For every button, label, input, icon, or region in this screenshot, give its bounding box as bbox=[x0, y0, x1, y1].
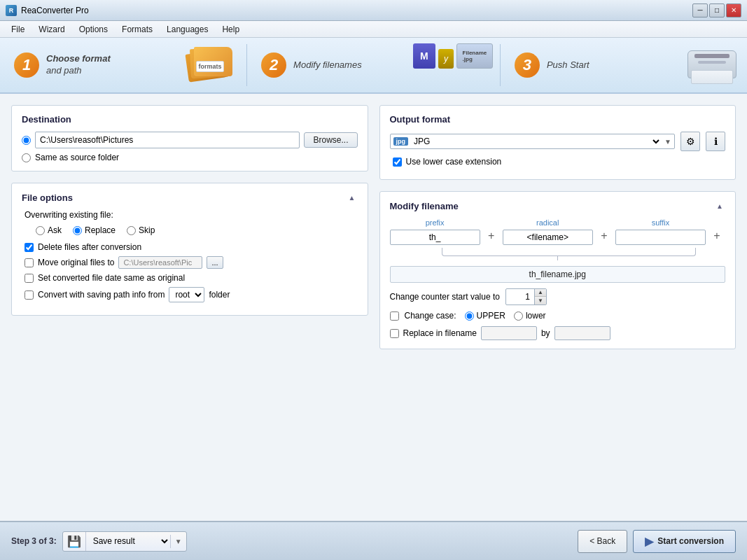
change-case-label: Change case: bbox=[405, 311, 456, 321]
change-case-checkbox[interactable] bbox=[390, 312, 399, 321]
replace-row: Replace in filename by bbox=[390, 326, 726, 340]
modify-filename-title: Modify filename bbox=[390, 201, 459, 211]
change-case-row: Change case: UPPER lower bbox=[390, 311, 726, 321]
modify-filename-collapse[interactable]: ▲ bbox=[714, 200, 725, 211]
move-original-checkbox[interactable] bbox=[25, 258, 34, 267]
same-source-row: Same as source folder bbox=[22, 153, 358, 162]
overwrite-row: Ask Replace Skip bbox=[22, 225, 358, 235]
replace-from-input[interactable] bbox=[481, 326, 537, 340]
menu-languages[interactable]: Languages bbox=[161, 23, 214, 36]
move-original-row: Move original files to ... bbox=[22, 256, 358, 269]
suffix-input[interactable] bbox=[615, 230, 706, 245]
replace-radio[interactable] bbox=[73, 226, 82, 235]
left-column: Destination Browse... Same as source fol… bbox=[11, 105, 368, 510]
step3-number: 3 bbox=[515, 52, 540, 78]
menu-file[interactable]: File bbox=[6, 23, 30, 36]
format-settings-button[interactable]: ⚙ bbox=[680, 132, 700, 151]
upper-case-radio[interactable] bbox=[465, 312, 474, 321]
path-dropdown[interactable]: root bbox=[169, 287, 204, 302]
menu-wizard[interactable]: Wizard bbox=[33, 23, 70, 36]
folder-label: folder bbox=[209, 290, 230, 300]
same-source-radio[interactable] bbox=[22, 153, 31, 162]
file-options-collapse[interactable]: ▲ bbox=[347, 192, 358, 203]
filename-preview: th_filename.jpg bbox=[390, 266, 726, 283]
delete-files-label: Delete files after conversion bbox=[38, 242, 141, 252]
bottom-bar: Step 3 of 3: 💾 Save result ▼ < Back ▶ St… bbox=[0, 521, 747, 560]
replace-option: Replace bbox=[73, 225, 116, 235]
step2-number: 2 bbox=[261, 52, 286, 78]
skip-radio[interactable] bbox=[127, 226, 136, 235]
start-conversion-button[interactable]: ▶ Start conversion bbox=[633, 530, 736, 553]
menu-formats[interactable]: Formats bbox=[116, 23, 158, 36]
destination-path-input[interactable] bbox=[35, 132, 300, 148]
format-info-button[interactable]: ℹ bbox=[706, 132, 725, 151]
step1-number: 1 bbox=[14, 52, 39, 78]
upper-case-option: UPPER bbox=[465, 311, 505, 321]
upper-case-label: UPPER bbox=[477, 311, 505, 321]
file-options-title: File options bbox=[22, 192, 73, 203]
counter-input[interactable] bbox=[506, 290, 534, 303]
maximize-button[interactable]: □ bbox=[709, 4, 725, 18]
counter-up-button[interactable]: ▲ bbox=[535, 289, 546, 297]
lower-case-checkbox[interactable] bbox=[393, 158, 402, 167]
lower-case-radio[interactable] bbox=[514, 312, 523, 321]
ask-option: Ask bbox=[36, 225, 62, 235]
lower-case-label: Use lower case extension bbox=[406, 157, 502, 167]
main-content: Destination Browse... Same as source fol… bbox=[0, 94, 747, 521]
minimize-button[interactable]: ─ bbox=[692, 4, 708, 18]
case-radio-group: UPPER lower bbox=[465, 311, 546, 321]
step2-text: Modify filenames bbox=[293, 59, 362, 71]
by-label: by bbox=[541, 328, 550, 338]
replace-checkbox[interactable] bbox=[390, 329, 399, 338]
step2-section: 2 Modify filenames M y Filename.jpg bbox=[247, 38, 500, 92]
menu-help[interactable]: Help bbox=[216, 23, 245, 36]
save-dropdown-arrow[interactable]: ▼ bbox=[170, 535, 186, 548]
app-icon: R bbox=[6, 5, 17, 16]
save-dropdown-wrapper: 💾 Save result ▼ bbox=[62, 531, 187, 552]
title-bar-controls: ─ □ ✕ bbox=[692, 4, 741, 18]
output-format-title: Output format bbox=[390, 114, 726, 125]
prefix-input[interactable] bbox=[390, 230, 480, 245]
save-result-select[interactable]: Save result bbox=[86, 533, 170, 550]
bottom-buttons: < Back ▶ Start conversion bbox=[578, 530, 736, 553]
file-options-panel: File options ▲ Overwriting existing file… bbox=[11, 183, 368, 316]
ask-radio[interactable] bbox=[36, 226, 45, 235]
prefix-label: prefix bbox=[390, 218, 480, 227]
counter-row: Change counter start value to ▲ ▼ bbox=[390, 288, 726, 305]
destination-path-row: Browse... bbox=[22, 132, 358, 148]
steps-banner: 1 Choose format and path formats 2 Modif… bbox=[0, 38, 747, 94]
move-original-label: Move original files to bbox=[38, 258, 114, 267]
date-checkbox[interactable] bbox=[25, 274, 34, 283]
close-button[interactable]: ✕ bbox=[726, 4, 741, 18]
destination-radio[interactable] bbox=[22, 136, 31, 145]
start-label: Start conversion bbox=[657, 536, 724, 546]
modify-filename-panel: Modify filename ▲ prefix radical suffix … bbox=[379, 191, 736, 349]
counter-down-button[interactable]: ▼ bbox=[535, 297, 546, 304]
delete-files-checkbox[interactable] bbox=[25, 243, 34, 252]
format-select[interactable]: JPG bbox=[411, 136, 662, 147]
right-column: Output format jpg JPG ▼ ⚙ ℹ Use bbox=[379, 105, 736, 510]
counter-input-wrapper: ▲ ▼ bbox=[505, 288, 547, 305]
start-icon: ▶ bbox=[645, 535, 653, 548]
format-dropdown-arrow[interactable]: ▼ bbox=[664, 138, 671, 146]
plus-sign-3: + bbox=[708, 230, 725, 245]
lower-case-row: Use lower case extension bbox=[390, 157, 726, 167]
path-info-checkbox[interactable] bbox=[25, 290, 34, 300]
date-label: Set converted file date same as original bbox=[38, 273, 185, 283]
info-icon: ℹ bbox=[714, 136, 718, 147]
browse-button[interactable]: Browse... bbox=[304, 132, 357, 148]
overwrite-label: Overwriting existing file: bbox=[25, 210, 113, 220]
move-path-input[interactable] bbox=[118, 256, 202, 269]
lower-case-text: lower bbox=[526, 311, 546, 321]
menu-options[interactable]: Options bbox=[74, 23, 113, 36]
back-button[interactable]: < Back bbox=[578, 530, 627, 553]
save-icon: 💾 bbox=[67, 535, 81, 548]
move-browse-button[interactable]: ... bbox=[207, 256, 223, 269]
app-title: ReaConverter Pro bbox=[21, 6, 89, 15]
delete-files-row: Delete files after conversion bbox=[22, 242, 358, 252]
replace-to-input[interactable] bbox=[554, 326, 610, 340]
plus-sign-1: + bbox=[483, 230, 500, 245]
destination-panel: Destination Browse... Same as source fol… bbox=[11, 105, 368, 172]
format-row: jpg JPG ▼ ⚙ ℹ bbox=[390, 132, 726, 151]
radical-input[interactable] bbox=[503, 230, 593, 245]
